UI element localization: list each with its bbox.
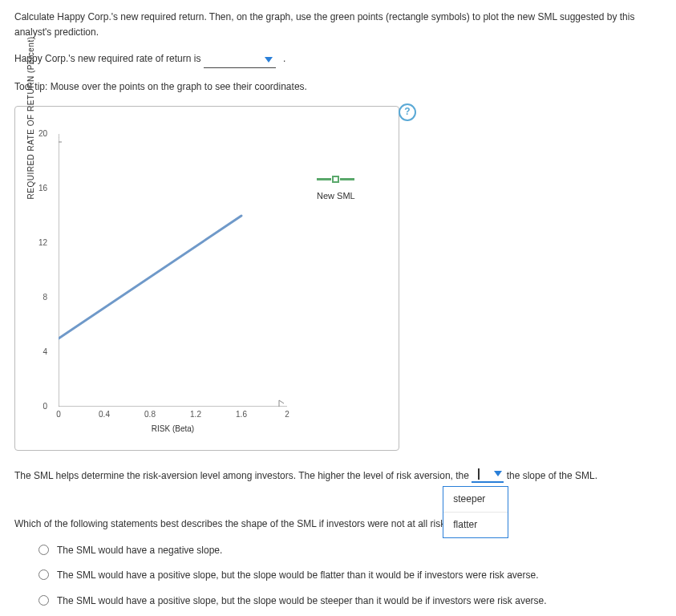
mc-option[interactable]: The SML would have a positive slope, but… xyxy=(38,594,662,609)
y-tick: 8 xyxy=(43,291,47,304)
legend-marker-icon xyxy=(317,176,355,183)
mc-option-label: The SML would have a positive slope, but… xyxy=(57,568,539,583)
plot-area[interactable]: REQUIRED RATE OF RETURN (Percent) 20 16 … xyxy=(28,120,391,442)
period: . xyxy=(283,53,285,64)
required-return-dropdown[interactable] xyxy=(204,51,276,67)
help-button[interactable]: ? xyxy=(399,103,416,121)
svg-line-7 xyxy=(59,216,241,338)
mc-option-label: The SML would have a positive slope, but… xyxy=(57,594,547,609)
ra-pre: The SML helps determine the risk-aversio… xyxy=(14,470,472,481)
radio-icon[interactable] xyxy=(38,569,49,580)
risk-aversion-sentence: The SML helps determine the risk-aversio… xyxy=(14,468,662,484)
x-tick: 0 xyxy=(56,408,61,421)
y-tick: 12 xyxy=(38,237,47,249)
y-tick: 20 xyxy=(38,128,47,140)
mc-prompt: Which of the following statements best d… xyxy=(14,517,662,532)
y-tick: 4 xyxy=(43,346,47,359)
intro-text: Calculate Happy Corp.'s new required ret… xyxy=(14,10,662,40)
text-cursor-icon xyxy=(478,468,480,480)
y-tick: 16 xyxy=(38,182,47,195)
radio-icon[interactable] xyxy=(38,595,49,606)
x-tick: 0.4 xyxy=(99,408,110,421)
mc-option[interactable]: The SML would have a negative slope. xyxy=(38,543,662,558)
y-tick: 0 xyxy=(43,400,47,413)
dropdown-option-flatter[interactable]: flatter xyxy=(443,512,508,537)
rr-pre: Happy Corp.'s new required rate of retur… xyxy=(14,53,204,64)
mc-option-label: The SML would have a negative slope. xyxy=(57,543,222,558)
required-return-sentence: Happy Corp.'s new required rate of retur… xyxy=(14,51,662,67)
legend-new-sml[interactable]: New SML xyxy=(317,176,355,204)
x-axis-label: RISK (Beta) xyxy=(59,423,287,436)
slope-dropdown-menu: steeper flatter xyxy=(443,486,508,538)
legend-label: New SML xyxy=(317,189,355,204)
mc-question: Which of the following statements best d… xyxy=(14,517,662,616)
x-tick: 2 xyxy=(285,408,289,421)
x-tick: 0.8 xyxy=(144,408,156,421)
mc-option[interactable]: The SML would have a positive slope, but… xyxy=(38,568,662,583)
radio-icon[interactable] xyxy=(38,545,49,555)
sml-chart-svg xyxy=(59,134,287,407)
graph-panel: ? REQUIRED RATE OF RETURN (Percent) 20 1… xyxy=(14,106,399,451)
dropdown-option-steeper[interactable]: steeper xyxy=(443,487,508,512)
chevron-down-icon xyxy=(265,57,273,63)
ra-post: the slope of the SML. xyxy=(507,470,597,481)
chevron-down-icon xyxy=(494,471,502,476)
x-tick: 1.6 xyxy=(236,408,247,421)
tooltip-text: Tool tip: Mouse over the points on the g… xyxy=(14,79,662,95)
slope-dropdown[interactable]: steeper flatter xyxy=(472,468,504,484)
help-icon: ? xyxy=(404,104,410,120)
x-tick: 1.2 xyxy=(190,408,201,421)
y-axis-label: REQUIRED RATE OF RETURN (Percent) xyxy=(25,36,38,199)
